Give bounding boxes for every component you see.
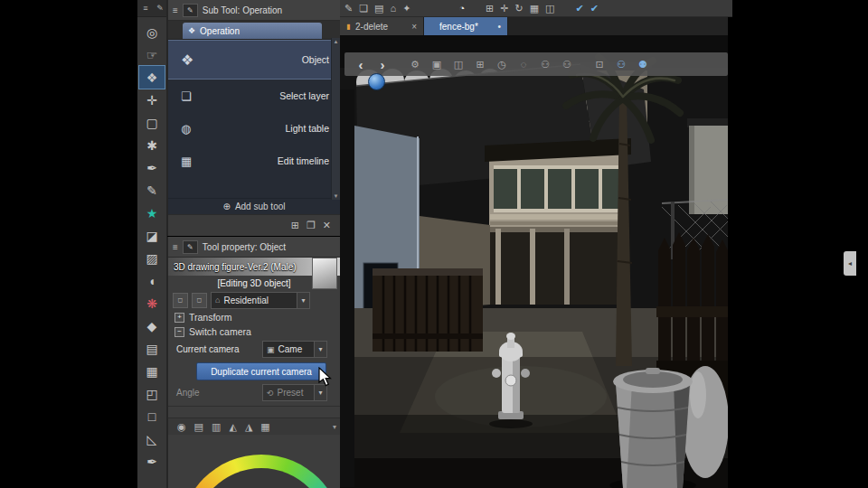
current-camera-dropdown[interactable]: ▣ Came ▾ [262,341,327,358]
grid-icon[interactable]: ⊞ [486,3,494,14]
fill-tool[interactable]: ▦ [139,360,165,382]
expand-icon[interactable]: + [175,313,184,323]
brush-size-icon[interactable]: ◉ [177,421,186,433]
strip-menu-icon[interactable]: ≡ [140,4,151,13]
material-icon[interactable]: ✦ [402,3,410,14]
transform-section-toggle[interactable]: + Transform [168,310,340,324]
rotate-mode-icon[interactable]: ◻ [192,293,207,308]
tab-2-delete[interactable]: ▮ 2-delete × [340,17,424,35]
brush-icon[interactable]: ✎ [344,3,353,14]
hand-tool[interactable]: ☞ [139,43,165,66]
collapse-icon[interactable]: − [175,327,184,337]
panel-list-icon[interactable]: ▤ [194,421,203,433]
duplicate-current-camera-button[interactable]: Duplicate current camera [196,362,326,380]
subtool-item-object[interactable]: ❖ Object [168,40,340,80]
subtool-tab-operation[interactable]: ❖ Operation [183,23,322,39]
transform-icon[interactable]: ✛ [500,3,508,14]
add-icon: ⊕ [223,202,231,211]
trash-can[interactable] [609,368,696,488]
tab-close-icon[interactable]: • [497,22,501,32]
canvas-viewport[interactable]: ‹›⚙▣◫⊞◷◌⚇⚇⊡⚇⚉ [340,35,728,488]
blend-tool[interactable]: ◖ [139,269,165,292]
color-wheel[interactable] [180,455,340,488]
triangle-left-icon[interactable]: ◭ [229,421,236,433]
scroll-up-icon[interactable]: ▲ [334,39,339,44]
selection-tool[interactable]: ▢ [139,111,165,134]
pen-tool[interactable]: ✎ [139,179,165,202]
undo-icon[interactable]: ‹ [354,57,368,72]
delete-subtool-icon[interactable]: ✕ [323,220,331,231]
page-icon[interactable]: ❏ [359,3,368,14]
tool-property-header: ≡ ✎ Tool property: Object [168,237,340,258]
switch-camera-section-toggle[interactable]: − Switch camera [168,324,340,339]
panel-grid-icon[interactable]: ▥ [212,421,221,433]
add-subtool-button[interactable]: ⊕ Add sub tool [168,198,340,214]
tab-fence-bg[interactable]: fence-bg* • [424,17,508,35]
strip-pencil-icon[interactable]: ✎ [155,4,165,13]
eyedropper-tool[interactable]: ✒ [139,156,165,179]
figure-tool[interactable]: □ [139,405,165,427]
tab-close-icon[interactable]: × [411,22,417,32]
camera-icon[interactable]: ▣ [429,59,444,70]
pattern-icon[interactable]: ▦ [260,421,269,433]
text-tool[interactable]: ✒ [139,450,165,473]
frame-border-tool[interactable]: ◰ [139,382,165,405]
move-layer-tool[interactable]: ✛ [139,89,165,111]
ruler-tool[interactable]: ◺ [139,427,165,450]
scroll-down-icon[interactable]: ▼ [334,193,339,199]
grid-snap-icon[interactable]: ⊞ [473,59,487,70]
redo-icon[interactable]: › [375,57,390,72]
orbit-icon[interactable]: ◌ [516,59,531,70]
new-subtool-icon[interactable]: ⊞ [291,220,299,231]
sync-spinner-icon[interactable]: ◔ [458,3,465,14]
panel-edit-icon[interactable]: ✎ [183,4,198,17]
duplicate-subtool-icon[interactable]: ❐ [307,220,316,231]
subtool-item-icon: ▦ [181,155,203,168]
chevron-down-icon[interactable]: ▾ [297,293,309,308]
pose-preset-icon[interactable]: ⚉ [636,59,650,70]
select-check-icon[interactable]: ✔ [576,3,584,14]
home-icon[interactable]: ⌂ [391,3,397,14]
timeline-icon[interactable]: ◷ [495,59,509,70]
subtool-scrollbar[interactable]: ▲ ▼ [331,38,340,200]
eraser-tool[interactable]: ◪ [139,224,165,247]
auto-select-tool[interactable]: ✱ [139,134,165,156]
chevron-down-icon[interactable]: ▾ [314,342,326,357]
3d-scene[interactable] [340,35,728,488]
subtool-item-select-layer[interactable]: ❏ Select layer [168,80,340,112]
panel-icon[interactable]: ◫ [545,3,554,14]
pattern-icon[interactable]: ▦ [530,3,539,14]
gradient-tool[interactable]: ▤ [139,337,165,360]
export-icon[interactable]: ▤ [374,3,383,14]
tool-settings-icon[interactable]: ⚙ [408,59,422,70]
triangle-right-icon[interactable]: ◮ [245,421,252,433]
preset-dropdown[interactable]: ⌂ Residential ▾ [211,292,310,309]
preset-value: Residential [223,296,268,305]
3d-move-sphere-icon[interactable] [368,73,385,90]
figure-icon[interactable]: ⚇ [560,59,574,70]
material-drop-icon[interactable]: ⊡ [592,59,607,70]
tool-property-panel: ≡ ✎ Tool property: Object 3D drawing fig… [167,237,340,488]
move-mode-icon[interactable]: ◻ [173,293,188,308]
subtool-item-edit-timeline[interactable]: ▦ Edit timeline [168,145,340,177]
operation-tool[interactable]: ❖ [139,66,165,89]
liquify-tool[interactable]: ◆ [139,314,165,337]
collapsed-panel-handle[interactable]: ◂ [844,251,856,276]
panel-menu-icon[interactable]: ≡ [173,242,178,252]
subtool-item-icon: ◍ [181,122,203,136]
panel-edit-icon[interactable]: ✎ [183,240,198,254]
scroll-down-icon[interactable]: ▾ [333,423,336,431]
object-list-icon[interactable]: ◫ [451,59,466,70]
subtool-item-light-table[interactable]: ◍ Light table [168,112,340,145]
decoration-red-tool[interactable]: ❋ [139,292,165,314]
house-main-wall[interactable] [485,138,631,305]
pose-icon[interactable]: ⚇ [538,59,552,70]
apply-check-icon[interactable]: ✔ [590,3,599,14]
decoration-star-tool[interactable]: ★ [139,202,165,224]
zoom-tool[interactable]: ◎ [139,21,165,43]
panel-menu-icon[interactable]: ≡ [173,5,178,15]
airbrush-tool[interactable]: ▨ [139,247,165,269]
wood-fence[interactable] [373,268,483,352]
rotate-icon[interactable]: ↻ [514,3,523,14]
character-icon[interactable]: ⚇ [614,59,628,70]
